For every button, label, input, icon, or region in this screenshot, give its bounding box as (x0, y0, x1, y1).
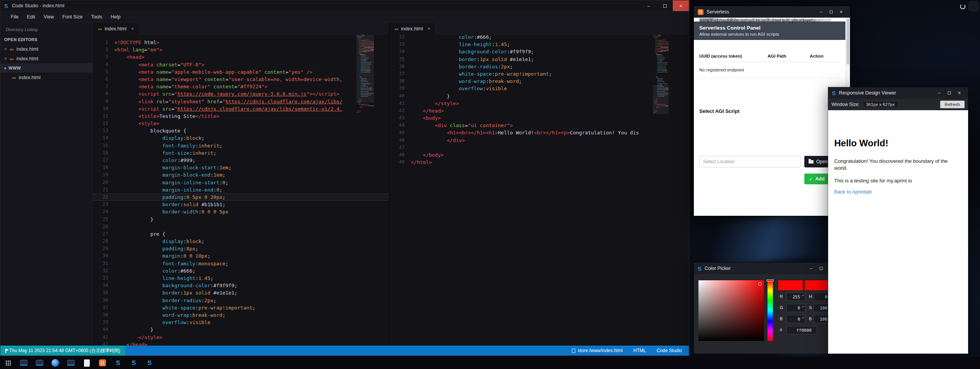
color-picker-titlebar[interactable]: Color Picker (694, 263, 840, 274)
close-button[interactable]: × (673, 0, 689, 11)
close-icon[interactable] (4, 46, 7, 52)
close-button[interactable] (954, 87, 964, 99)
line-number: 30 (93, 252, 114, 260)
menu-item-file[interactable]: File (7, 11, 23, 23)
menu-item-font-size[interactable]: Font Size (58, 11, 87, 23)
code-line: 47 (389, 144, 689, 151)
code-line: 8 <script src="https://code.jquery.com/j… (93, 90, 389, 98)
code-line: 20 margin-inline-start:0; (93, 179, 389, 186)
close-button[interactable] (836, 6, 846, 18)
line-number: 33 (389, 41, 411, 48)
minimize-button[interactable] (806, 263, 816, 274)
start-button[interactable] (3, 358, 13, 368)
menu-bar: FileEditViewFont SizeToolsHelp (0, 11, 689, 23)
minimap-viewport-right[interactable] (653, 85, 669, 114)
line-number: 39 (93, 319, 114, 326)
code-editor-left[interactable]: 1<!DOCTYPE html>2<html lang="en">3 <head… (93, 35, 389, 346)
menu-item-view[interactable]: View (40, 11, 58, 23)
tab-index-html-right[interactable]: index.html (389, 23, 436, 35)
r-field[interactable]: 255▴▾ (786, 293, 805, 301)
menu-item-tools[interactable]: Tools (87, 11, 106, 23)
line-number: 1 (93, 39, 114, 46)
saturation-value-area[interactable] (698, 280, 764, 341)
code-line: 36 border-radius:2px; (389, 63, 689, 70)
line-number: 3 (93, 53, 114, 61)
window-controls: – × (641, 0, 689, 11)
tab-label: index.html (105, 26, 127, 31)
stepper-icon[interactable]: ▴▾ (802, 293, 804, 297)
section-open-editors[interactable]: OPEN EDITORS (0, 35, 92, 44)
tab-index-html-left[interactable]: index.html (93, 23, 139, 35)
status-language[interactable]: HTML (633, 348, 646, 353)
page-heading: Hello World! (834, 138, 962, 149)
color-cursor[interactable] (758, 282, 762, 286)
hue-slider[interactable] (768, 280, 773, 341)
line-number: 34 (389, 48, 411, 55)
restore-button[interactable] (657, 0, 673, 11)
maximize-button[interactable] (816, 263, 826, 274)
status-datetime[interactable]: Thu May 11 2023 21:54:48 GMT+0800 (台北標準時… (0, 346, 125, 356)
browser-app[interactable] (50, 358, 60, 368)
files-app[interactable] (82, 358, 92, 368)
code-line: 33 line-height:1.45; (93, 275, 389, 282)
menu-item-edit[interactable]: Edit (23, 11, 40, 23)
serverless-app[interactable] (97, 358, 107, 368)
minimize-button[interactable] (934, 87, 944, 99)
responsive-viewer-titlebar[interactable]: Responsive Design Viewer (828, 87, 968, 99)
stepper-icon[interactable]: ▴▾ (802, 316, 804, 319)
input-placeholder: Select Location (703, 159, 735, 164)
maximize-button[interactable] (826, 6, 836, 18)
minimap-viewport-left[interactable] (356, 35, 374, 103)
main-titlebar[interactable]: Code Studio - index.html – × (0, 0, 689, 11)
b-field[interactable]: 0▴▾ (786, 315, 805, 323)
code-editor-right[interactable]: 32 color:#666;33 line-height:1.45;34 bac… (389, 35, 689, 346)
status-app-name[interactable]: Code Studio (657, 348, 682, 353)
window-controls (934, 87, 964, 99)
close-tab-icon[interactable] (129, 26, 134, 31)
stepper-icon[interactable]: ▴▾ (802, 304, 804, 308)
sidebar: Directory Listing OPEN EDITORS index.htm… (0, 23, 93, 346)
refresh-button[interactable]: Refresh (940, 101, 965, 108)
app-window-1[interactable] (19, 358, 29, 368)
line-number: 47 (389, 144, 411, 151)
line-number: 26 (93, 223, 114, 230)
scrollbar-thumb[interactable] (847, 18, 850, 65)
serverless-titlebar[interactable]: Serverless (694, 6, 850, 18)
code-line: 40 } (93, 326, 389, 333)
refresh-icon[interactable] (960, 4, 965, 9)
window-size-value[interactable]: 361px x 627px (863, 101, 898, 108)
hue-slider-thumb[interactable] (767, 280, 774, 281)
desktop-widget[interactable] (968, 1, 978, 11)
code-line: 35 border:1px solid #e1e1e1; (389, 56, 689, 63)
close-icon[interactable] (4, 56, 7, 61)
app-window-2[interactable] (35, 358, 44, 368)
code-studio-instance-2[interactable] (129, 358, 139, 368)
maximize-button[interactable] (944, 87, 954, 99)
code-line: 46 </div> (389, 137, 689, 144)
minimize-button[interactable]: – (641, 0, 657, 11)
file-name: index.html (16, 46, 38, 52)
code-line: 48 </body> (389, 151, 689, 159)
app-window-3[interactable] (66, 358, 76, 368)
open-editor-item[interactable]: index.html (0, 54, 92, 63)
tree-item[interactable]: index.html (0, 73, 92, 82)
files-app-icon (84, 359, 90, 367)
line-number: 42 (93, 341, 114, 346)
section-www[interactable]: WWW (0, 63, 92, 73)
code-studio-instance-3[interactable] (145, 358, 155, 368)
code-line: 39 overflow:visible (389, 85, 689, 92)
back-link[interactable]: Back to Aprintlab (834, 189, 962, 195)
code-line: 19 margin-block-end:1em; (93, 171, 389, 179)
select-location-input[interactable]: Select Location (699, 156, 801, 167)
status-file-path[interactable]: store:/www/index.html (572, 348, 623, 353)
code-studio-instance-1[interactable] (113, 358, 123, 368)
menu-item-help[interactable]: Help (107, 11, 125, 23)
open-editor-item[interactable]: index.html (0, 44, 92, 54)
app-name-text: Code Studio (657, 348, 682, 353)
close-tab-icon[interactable] (426, 26, 430, 31)
minimize-button[interactable] (816, 6, 826, 18)
current-color-swatch (778, 280, 803, 290)
g-field[interactable]: 0▴▾ (786, 304, 805, 312)
hex-field[interactable]: ff0000 (786, 326, 817, 334)
table-header-action: Action (810, 54, 840, 58)
